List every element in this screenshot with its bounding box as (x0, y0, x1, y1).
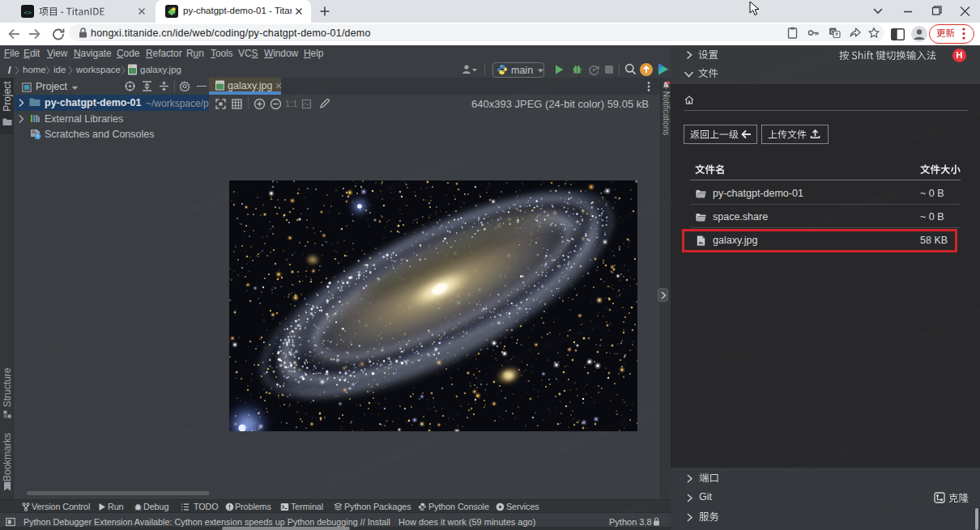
svg-text:<>: <> (23, 9, 32, 16)
